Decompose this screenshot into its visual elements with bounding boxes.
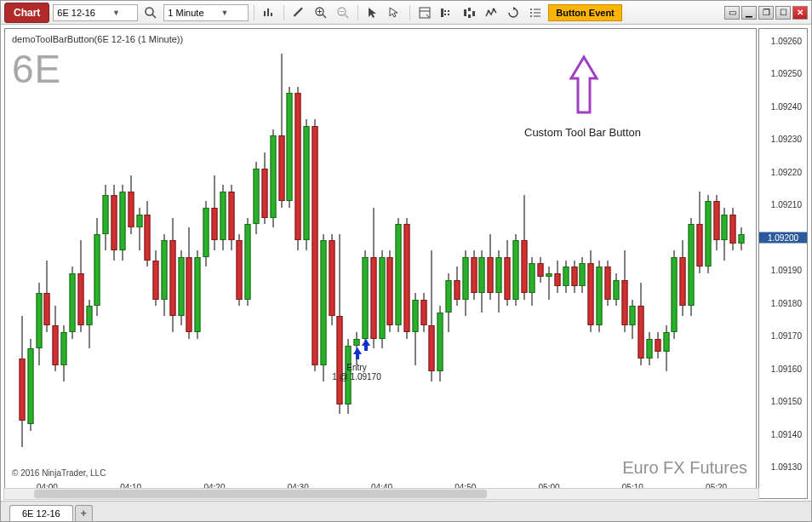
strategy-icon[interactable]	[460, 3, 478, 22]
interval-select[interactable]: 1 Minute▼	[163, 4, 249, 21]
copyright-text: © 2016 NinjaTrader, LLC	[12, 468, 106, 478]
app-window: Chart 6E 12-16▼ 1 Minute▼ Button Event ▭…	[0, 0, 812, 522]
separator	[409, 5, 410, 20]
svg-point-27	[530, 12, 532, 14]
data-box-icon[interactable]	[415, 3, 434, 22]
svg-point-25	[530, 9, 532, 10]
chart-button[interactable]: Chart	[4, 3, 49, 23]
caret-icon: ▼	[112, 9, 120, 17]
separator	[283, 5, 284, 20]
y-tick-label: 1.09160	[771, 364, 802, 373]
y-tick-label: 1.09180	[771, 298, 802, 307]
y-tick-label: 1.09260	[771, 37, 802, 46]
svg-rect-14	[441, 9, 443, 17]
horizontal-scrollbar[interactable]	[3, 488, 759, 500]
y-tick-label: 1.09210	[771, 200, 802, 209]
close-button[interactable]: ✕	[792, 6, 808, 20]
svg-rect-18	[448, 14, 449, 15]
svg-line-6	[323, 14, 326, 18]
svg-rect-21	[468, 14, 471, 18]
chart-panel[interactable]: demoToolBarButton(6E 12-16 (1 Minute)) 6…	[4, 28, 757, 499]
annotation-arrow-icon	[567, 53, 601, 123]
crosshair-icon[interactable]	[386, 3, 404, 22]
svg-point-0	[146, 8, 153, 15]
pin-button[interactable]: ▭	[724, 6, 740, 20]
restore-button[interactable]: ❐	[758, 6, 774, 20]
instrument-name: Euro FX Futures	[622, 458, 747, 478]
y-tick-label: 1.09140	[771, 429, 802, 439]
tab-bar: 6E 12-16 +	[1, 501, 811, 521]
svg-rect-2	[264, 11, 266, 16]
interval-select-value: 1 Minute	[168, 8, 203, 18]
svg-point-23	[488, 9, 490, 12]
button-event[interactable]: Button Event	[548, 4, 621, 21]
chart-title: demoToolBarButton(6E 12-16 (1 Minute))	[12, 34, 183, 44]
svg-line-10	[345, 14, 348, 18]
separator	[357, 5, 358, 20]
svg-rect-4	[271, 13, 272, 16]
properties-icon[interactable]	[526, 3, 545, 22]
candlestick-plot: Entry1 @ 1.09170	[5, 29, 756, 498]
chart-area: demoToolBarButton(6E 12-16 (1 Minute)) 6…	[1, 25, 811, 501]
chart-trader-icon[interactable]	[437, 3, 456, 22]
refresh-icon[interactable]	[504, 3, 523, 22]
tab-add-button[interactable]: +	[75, 505, 93, 521]
svg-rect-22	[472, 11, 475, 16]
svg-point-24	[493, 8, 495, 10]
zoom-in-icon[interactable]	[312, 3, 330, 22]
search-icon[interactable]	[141, 3, 160, 22]
svg-rect-3	[267, 9, 269, 16]
price-marker: 1.09200	[759, 232, 807, 243]
svg-rect-17	[448, 10, 449, 12]
window-controls: ▭ ▁ ❐ ☐ ✕	[724, 6, 808, 20]
entry-arrow-icon	[353, 347, 362, 361]
chart-symbol-watermark: 6E	[12, 46, 61, 92]
svg-rect-19	[464, 9, 466, 16]
cursor-icon[interactable]	[363, 3, 382, 22]
instrument-select-value: 6E 12-16	[57, 8, 95, 18]
draw-icon[interactable]	[289, 3, 308, 22]
y-tick-label: 1.09230	[771, 135, 802, 144]
svg-rect-15	[444, 10, 446, 12]
indicator-icon[interactable]	[482, 3, 500, 22]
y-tick-label: 1.09240	[771, 101, 802, 111]
y-tick-label: 1.09250	[771, 69, 802, 78]
caret-icon: ▼	[221, 9, 229, 17]
y-tick-label: 1.09220	[771, 167, 802, 176]
svg-line-1	[152, 14, 156, 18]
minimize-button[interactable]: ▁	[741, 6, 757, 20]
svg-rect-16	[444, 14, 446, 15]
toolbar: Chart 6E 12-16▼ 1 Minute▼ Button Event ▭…	[1, 1, 811, 25]
separator	[254, 5, 254, 20]
zoom-out-icon[interactable]	[334, 3, 352, 22]
tab-instrument[interactable]: 6E 12-16	[9, 505, 73, 521]
instrument-select[interactable]: 6E 12-16▼	[53, 4, 138, 21]
annotation-label: Custom Tool Bar Button	[524, 126, 641, 139]
y-tick-label: 1.09130	[771, 462, 802, 472]
y-tick-label: 1.09190	[771, 266, 802, 275]
svg-rect-20	[468, 8, 471, 11]
entry-arrow-icon	[362, 339, 370, 353]
scrollbar-thumb[interactable]	[34, 490, 487, 498]
maximize-button[interactable]: ☐	[775, 6, 791, 20]
y-axis[interactable]: 1.092601.092501.092401.092301.092201.092…	[758, 28, 808, 499]
svg-point-29	[530, 15, 532, 17]
y-tick-label: 1.09170	[771, 331, 802, 341]
y-tick-label: 1.09150	[771, 397, 802, 406]
entry-label: Entry1 @ 1.09170	[332, 363, 380, 381]
data-series-icon[interactable]	[260, 3, 278, 22]
